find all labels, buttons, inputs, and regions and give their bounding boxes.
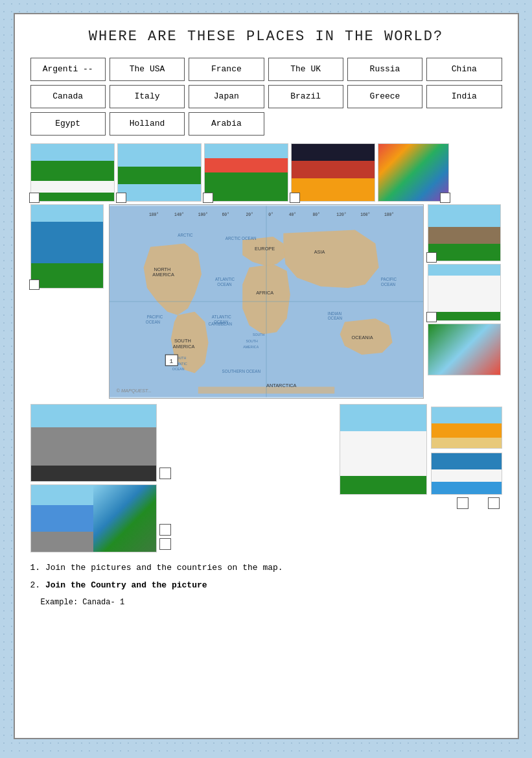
svg-text:40°: 40° — [288, 212, 295, 217]
pyramids-greece-stack — [431, 407, 502, 495]
svg-text:ATLANTIC: ATLANTIC — [211, 314, 231, 319]
svg-text:AMERICA: AMERICA — [243, 344, 259, 348]
country-grid: Argenti -- The USA France The UK Russia … — [30, 58, 502, 136]
svg-text:180°: 180° — [149, 212, 159, 217]
svg-text:INDIAN: INDIAN — [327, 311, 341, 316]
svg-text:OCEAN: OCEAN — [145, 319, 160, 324]
svg-text:OCEAN: OCEAN — [327, 316, 342, 320]
photo-windmill — [204, 143, 288, 202]
empty-cell-2 — [347, 112, 422, 136]
country-box-japan[interactable]: Japan — [189, 85, 264, 108]
country-box-greece[interactable]: Greece — [347, 85, 422, 108]
photo-pyramids — [431, 407, 502, 449]
photo-bigben — [291, 143, 375, 202]
svg-text:20°: 20° — [246, 212, 253, 217]
checkbox-bigben[interactable] — [290, 193, 300, 203]
example-value: Canada- 1 — [82, 598, 124, 607]
checkbox-windmill[interactable] — [203, 193, 213, 203]
checkbox-stbasil[interactable] — [440, 193, 450, 203]
country-box-arabia[interactable]: Arabia — [189, 112, 264, 136]
empty-cell-3 — [426, 112, 502, 136]
photo-japan-wrap — [428, 324, 502, 375]
country-box-italy[interactable]: Italy — [110, 85, 185, 108]
country-box-india[interactable]: India — [426, 85, 502, 108]
svg-text:1: 1 — [169, 357, 173, 364]
checkbox-eiffel[interactable] — [116, 193, 126, 203]
checkbox-pisa[interactable] — [426, 312, 437, 322]
svg-text:SOUTH: SOUTH — [246, 339, 258, 343]
photo-stbasil — [378, 143, 449, 202]
photo-tajmahal — [340, 404, 427, 495]
svg-text:PACIFIC: PACIFIC — [146, 314, 163, 319]
svg-text:60°: 60° — [222, 212, 229, 217]
country-box-canada[interactable]: Canada — [30, 85, 106, 108]
right-bottom-photos — [340, 404, 502, 509]
svg-text:120°: 120° — [336, 212, 346, 217]
world-map: NORTH AMERICA SOUTH AMERICA EUROPE AFRIC… — [109, 204, 424, 399]
bottom-section — [30, 404, 502, 552]
left-column — [30, 204, 105, 399]
map-column: NORTH AMERICA SOUTH AMERICA EUROPE AFRIC… — [109, 204, 424, 399]
photo-windmill-wrap — [204, 143, 288, 202]
photo-greece-wrap — [431, 453, 502, 495]
photo-tajmahal-wrap — [340, 404, 427, 495]
instruction-2-number: 2. — [30, 580, 41, 590]
page-title: WHERE ARE THESE PLACES IN THE WORLD? — [30, 27, 502, 47]
checkbox-brazil[interactable] — [159, 538, 171, 550]
svg-text:OCEAN: OCEAN — [380, 282, 395, 287]
photo-stbasil-wrap — [378, 143, 449, 202]
svg-text:140°: 140° — [174, 212, 183, 217]
photo-waterfall-wrap — [30, 204, 105, 289]
checkbox-waterfall[interactable] — [29, 279, 40, 290]
svg-text:180°: 180° — [384, 212, 394, 217]
checkbox-greece[interactable] — [488, 497, 500, 509]
svg-text:ANTARCTICA: ANTARCTICA — [266, 382, 297, 388]
svg-text:ASIA: ASIA — [314, 249, 325, 255]
photo-eiffel — [117, 143, 202, 202]
checkbox-city[interactable] — [159, 468, 171, 479]
country-box-usa[interactable]: The USA — [110, 58, 185, 81]
svg-text:© MAPQUEST...: © MAPQUEST... — [116, 388, 151, 394]
checkbox-pyramids[interactable] — [457, 497, 468, 509]
photo-bigben-wrap — [291, 143, 375, 202]
photo-japan — [428, 324, 501, 375]
photo-whitehouse-wrap — [30, 143, 115, 202]
instruction-1: 1. Join the pictures and the countries o… — [30, 560, 502, 575]
photo-brazil-christ — [93, 485, 156, 552]
photo-pisa-wrap — [428, 264, 502, 321]
world-map-svg: NORTH AMERICA SOUTH AMERICA EUROPE AFRIC… — [110, 205, 423, 398]
photo-seoul-brazil — [30, 484, 157, 552]
country-box-brazil[interactable]: Brazil — [268, 85, 343, 108]
checkbox-greatwall[interactable] — [426, 252, 437, 263]
photo-greatwall — [428, 204, 501, 261]
photo-eiffel-wrap — [117, 143, 202, 202]
photo-pisa — [428, 264, 501, 321]
svg-text:OCEAN: OCEAN — [172, 367, 184, 371]
right-column — [428, 204, 502, 399]
country-box-china[interactable]: China — [426, 58, 502, 81]
svg-text:AFRICA: AFRICA — [256, 290, 273, 296]
checkbox-whitehouse[interactable] — [29, 193, 40, 203]
photo-pyramids-wrap — [431, 407, 502, 449]
checkbox-seoul[interactable] — [159, 524, 171, 536]
svg-text:160°: 160° — [360, 212, 370, 217]
svg-text:AMERICA: AMERICA — [172, 343, 194, 349]
country-box-egypt[interactable]: Egypt — [30, 112, 106, 136]
photo-greatwall-wrap — [428, 204, 502, 261]
svg-text:OCEANIA: OCEANIA — [351, 335, 373, 340]
svg-text:PACIFIC: PACIFIC — [380, 277, 397, 281]
photo-greece — [431, 453, 502, 495]
photo-seoul-brazil-wrap — [30, 484, 157, 552]
country-box-argentina[interactable]: Argenti -- — [30, 58, 106, 81]
svg-text:OCEAN: OCEAN — [217, 282, 232, 287]
country-box-france[interactable]: France — [189, 58, 264, 81]
svg-text:80°: 80° — [312, 212, 319, 217]
country-box-uk[interactable]: The UK — [268, 58, 343, 81]
svg-text:AMERICA: AMERICA — [152, 272, 174, 278]
country-box-russia[interactable]: Russia — [347, 58, 422, 81]
svg-text:SOUTHERN OCEAN: SOUTHERN OCEAN — [222, 369, 260, 373]
bottom-left-photos — [30, 404, 171, 552]
instruction-2: 2. Join the Country and the picture — [30, 578, 502, 593]
svg-text:0°: 0° — [268, 212, 273, 217]
country-box-holland[interactable]: Holland — [110, 112, 185, 136]
